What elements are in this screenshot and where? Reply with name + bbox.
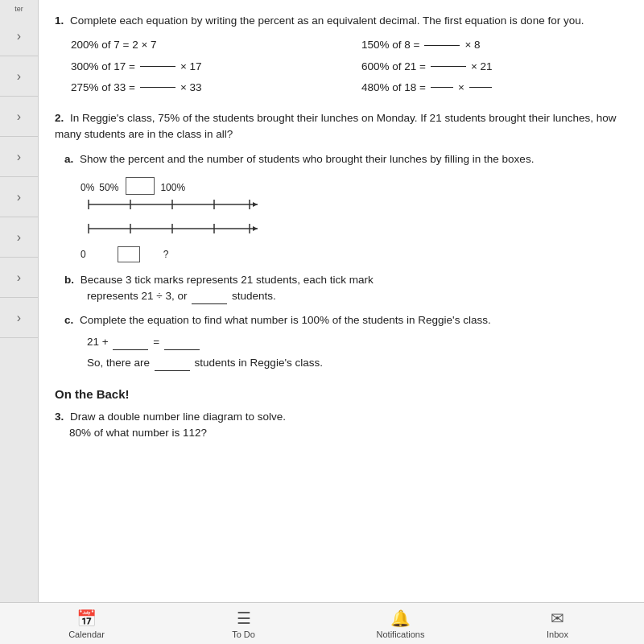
sub-c-text: c. Complete the equation to find what nu…	[64, 312, 628, 328]
eq-3-right-prefix: 480% of 18 =	[361, 80, 426, 96]
nav-calendar-label: Calendar	[68, 630, 105, 639]
blank-300[interactable]	[140, 66, 175, 67]
question-1-description: Complete each equation by writing the pe…	[70, 14, 584, 27]
eq-1-left-text: 200% of 7 = 2 × 7	[71, 37, 157, 53]
sidebar-item-4[interactable]: ›	[0, 137, 38, 177]
chevron-icon-8: ›	[17, 311, 21, 325]
eq-row-3-left: 275% of 33 = × 33	[71, 80, 337, 96]
on-the-back-title: On the Back!	[55, 386, 628, 404]
eq-2-right-prefix: 600% of 21 =	[361, 59, 426, 75]
nav-inbox[interactable]: ✉ Inbox	[530, 609, 586, 639]
sidebar-item-6[interactable]: ›	[0, 217, 38, 258]
number-line-svg	[80, 196, 274, 245]
svg-marker-8	[253, 226, 258, 231]
eq-2-left-prefix: 300% of 17 =	[71, 59, 135, 75]
eq-3-left-suffix: × 33	[180, 80, 202, 96]
chevron-icon-5: ›	[17, 190, 21, 204]
student-0: 0	[80, 247, 86, 262]
bell-icon: 🔔	[390, 609, 411, 628]
nav-inbox-label: Inbox	[547, 630, 568, 639]
todo-icon: ☰	[237, 609, 251, 628]
sidebar-item-3[interactable]: ›	[0, 97, 38, 137]
blank-tick[interactable]	[192, 303, 227, 304]
sidebar-item-1[interactable]: ›	[0, 16, 38, 56]
sidebar-item-2[interactable]: ›	[0, 56, 38, 97]
sidebar-item-8[interactable]: ›	[0, 298, 38, 338]
eq-row-1-left: 200% of 7 = 2 × 7	[71, 37, 337, 53]
pct-fill-box[interactable]	[126, 177, 155, 195]
question-1-block: 1. Complete each equation by writing the…	[55, 13, 628, 96]
question-2-text: 2. In Reggie's class, 75% of the student…	[55, 110, 628, 143]
nav-todo[interactable]: ☰ To Do	[216, 609, 272, 639]
chevron-icon-6: ›	[17, 230, 21, 245]
question-3-number: 3.	[55, 411, 64, 423]
eq-row-2-right: 600% of 21 = × 21	[361, 59, 628, 75]
blank-150[interactable]	[424, 45, 460, 46]
sub-c-conclusion: So, there are students in Reggie's class…	[87, 355, 628, 371]
svg-marker-1	[253, 202, 258, 207]
calendar-icon: 📅	[76, 609, 97, 628]
blank-students[interactable]	[155, 370, 190, 371]
eq-3-left-prefix: 275% of 33 =	[71, 80, 135, 96]
blank-275[interactable]	[140, 87, 175, 88]
eq-row-3-right: 480% of 18 = ×	[361, 80, 628, 96]
eq-row-2-left: 300% of 17 = × 17	[71, 59, 337, 75]
sub-c-label: c.	[64, 314, 73, 326]
sub-c-description: Complete the equation to find what numbe…	[80, 314, 491, 326]
bottom-nav: 📅 Calendar ☰ To Do 🔔 Notifications ✉ Inb…	[0, 602, 644, 644]
eq-2-right-suffix: × 21	[471, 59, 493, 75]
nav-calendar[interactable]: 📅 Calendar	[59, 609, 115, 639]
equations-grid: 200% of 7 = 2 × 7 150% of 8 = × 8 300% o…	[71, 37, 628, 96]
sub-a-text: a. Show the percent and the number of st…	[64, 151, 628, 167]
percent-labels-row: 0% 50% 100%	[80, 177, 628, 195]
eq-2-left-suffix: × 17	[180, 59, 202, 75]
sidebar-item-7[interactable]: ›	[0, 258, 38, 298]
chevron-icon-1: ›	[17, 29, 21, 43]
sub-b-label: b.	[64, 274, 74, 286]
eq-1-right-suffix: × 8	[464, 37, 480, 53]
on-the-back-block: On the Back! 3. Draw a double number lin…	[55, 386, 628, 441]
chevron-icon-4: ›	[17, 150, 21, 164]
eq-1-right-prefix: 150% of 8 =	[361, 37, 419, 53]
inbox-icon: ✉	[551, 609, 564, 628]
sub-question-c: c. Complete the equation to find what nu…	[64, 312, 628, 371]
sidebar-item-5[interactable]: ›	[0, 177, 38, 217]
question-3-sub: 80% of what number is 112?	[69, 425, 628, 441]
number-line-container: 0% 50% 100%	[80, 177, 628, 262]
sidebar-top-label: ter	[0, 0, 38, 16]
sub-question-b: b. Because 3 tick marks represents 21 st…	[64, 272, 628, 305]
chevron-icon-7: ›	[17, 270, 21, 285]
sub-b-because: Because 3 tick marks represents 21 stude…	[80, 274, 374, 286]
sub-a-description: Show the percent and the number of stude…	[80, 153, 534, 165]
chevron-icon-2: ›	[17, 69, 21, 84]
student-fill-box[interactable]	[118, 246, 140, 262]
nav-todo-label: To Do	[232, 630, 255, 639]
eq-3-right-x: ×	[458, 80, 464, 96]
nav-notifications-label: Notifications	[377, 630, 425, 639]
nav-notifications[interactable]: 🔔 Notifications	[373, 609, 429, 639]
question-2-block: 2. In Reggie's class, 75% of the student…	[55, 110, 628, 371]
question-3-description: Draw a double number line diagram to sol…	[70, 411, 286, 423]
chevron-icon-3: ›	[17, 109, 21, 124]
blank-add[interactable]	[113, 349, 148, 350]
question-1-number: 1.	[55, 14, 64, 27]
sub-b-continues: represents 21 ÷ 3, or students.	[87, 288, 628, 304]
content-area: 1. Complete each equation by writing the…	[39, 0, 644, 602]
pct-50: 50%	[99, 180, 118, 195]
sub-b-text: b. Because 3 tick marks represents 21 st…	[64, 272, 628, 288]
pct-0: 0%	[80, 180, 94, 195]
main-content: ter › › › › › › › › 1. Complete each equ…	[0, 0, 644, 602]
sub-a-label: a.	[64, 153, 73, 165]
blank-480a[interactable]	[431, 87, 453, 88]
question-3-text: 3. Draw a double number line diagram to …	[55, 409, 628, 425]
sidebar: ter › › › › › › › ›	[0, 0, 39, 602]
student-question: ?	[163, 247, 169, 262]
blank-total[interactable]	[164, 349, 200, 350]
question-1-text: 1. Complete each equation by writing the…	[55, 13, 628, 29]
sub-question-a: a. Show the percent and the number of st…	[64, 151, 628, 262]
student-labels-row: 0 ?	[80, 246, 628, 262]
question-2-description: In Reggie's class, 75% of the students b…	[55, 112, 617, 140]
eq-row-1-right: 150% of 8 = × 8	[361, 37, 628, 53]
blank-480b[interactable]	[469, 87, 492, 88]
blank-600[interactable]	[431, 66, 466, 67]
